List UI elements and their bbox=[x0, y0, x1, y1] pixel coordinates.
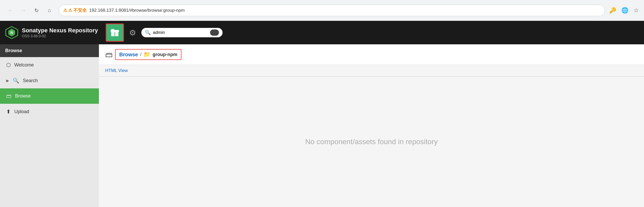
app-container: N Sonatype Nexus Repository OSS 3.66.0-0… bbox=[0, 21, 644, 207]
folder-icon: 📁 bbox=[143, 51, 150, 58]
reload-button[interactable]: ↻ bbox=[31, 5, 42, 16]
browser-chrome: ← → ↻ ⌂ ⚠ ⚠ 不安全 192.168.137.1:8081/#brow… bbox=[0, 0, 644, 21]
sidebar-item-upload[interactable]: ⬆ Upload bbox=[0, 104, 99, 119]
translate-icon: 🌐 bbox=[621, 7, 628, 14]
browse-icon: 🗃 bbox=[6, 93, 11, 99]
brand-logo: N bbox=[5, 26, 18, 39]
breadcrumb-separator: / bbox=[140, 52, 141, 57]
brand-title: Sonatype Nexus Repository bbox=[22, 27, 98, 34]
sidebar-item-search-label: Search bbox=[23, 78, 38, 83]
sidebar-item-browse[interactable]: 🗃 Browse bbox=[0, 88, 99, 104]
topbar-search-bar[interactable]: 🔍 bbox=[141, 28, 223, 37]
welcome-icon: ⬡ bbox=[6, 62, 11, 68]
bookmark-icon: ☆ bbox=[634, 7, 639, 14]
search-toggle[interactable] bbox=[210, 29, 219, 36]
breadcrumb-browse-link[interactable]: Browse bbox=[119, 52, 138, 58]
app-icon-button[interactable] bbox=[106, 23, 124, 42]
brand-text: Sonatype Nexus Repository OSS 3.66.0-02 bbox=[22, 27, 98, 38]
main-area: Browse ⬡ Welcome ▶ 🔍 Search 🗃 Browse ⬆ U… bbox=[0, 44, 644, 207]
breadcrumb-repo-name: group-npm bbox=[153, 52, 177, 57]
brand-subtitle: OSS 3.66.0-02 bbox=[22, 34, 98, 38]
database-icon: 🗃 bbox=[105, 50, 112, 59]
address-bar[interactable]: ⚠ ⚠ 不安全 192.168.137.1:8081/#browse/brows… bbox=[59, 5, 605, 16]
key-icon: 🔑 bbox=[609, 7, 616, 14]
forward-button[interactable]: → bbox=[18, 5, 29, 16]
search-icon: 🔍 bbox=[13, 77, 19, 84]
sidebar-item-welcome-label: Welcome bbox=[14, 62, 34, 68]
sidebar-item-upload-label: Upload bbox=[14, 109, 29, 114]
empty-message: No component/assets found in repository bbox=[99, 77, 644, 207]
content-panel: 🗃 Browse / 📁 group-npm HTML View No comp… bbox=[99, 44, 644, 207]
topbar: N Sonatype Nexus Repository OSS 3.66.0-0… bbox=[0, 21, 644, 44]
gear-button[interactable]: ⚙ bbox=[129, 28, 136, 37]
search-arrow-icon: ▶ bbox=[6, 78, 9, 83]
sidebar-section-title: Browse bbox=[0, 44, 99, 57]
breadcrumb-bar: 🗃 Browse / 📁 group-npm bbox=[99, 44, 644, 65]
upload-icon: ⬆ bbox=[6, 108, 11, 115]
nav-buttons: ← → ↻ ⌂ bbox=[5, 5, 55, 16]
sidebar-item-search[interactable]: ▶ 🔍 Search bbox=[0, 73, 99, 88]
security-warning: ⚠ ⚠ 不安全 bbox=[63, 7, 87, 13]
search-input[interactable] bbox=[153, 30, 208, 35]
breadcrumb-inner: Browse / 📁 group-npm bbox=[115, 49, 181, 60]
home-button[interactable]: ⌂ bbox=[44, 5, 55, 16]
address-text: 192.168.137.1:8081/#browse/browse:group-… bbox=[89, 8, 601, 13]
search-icon: 🔍 bbox=[145, 30, 151, 35]
brand: N Sonatype Nexus Repository OSS 3.66.0-0… bbox=[5, 26, 98, 39]
sidebar-item-browse-label: Browse bbox=[15, 93, 31, 99]
html-view-link[interactable]: HTML View bbox=[99, 65, 644, 76]
browser-icons: 🔑 🌐 ☆ bbox=[609, 7, 639, 14]
sidebar: Browse ⬡ Welcome ▶ 🔍 Search 🗃 Browse ⬆ U… bbox=[0, 44, 99, 207]
back-button[interactable]: ← bbox=[5, 5, 16, 16]
svg-rect-6 bbox=[111, 29, 114, 31]
svg-text:N: N bbox=[10, 31, 13, 35]
sidebar-item-welcome[interactable]: ⬡ Welcome bbox=[0, 57, 99, 73]
